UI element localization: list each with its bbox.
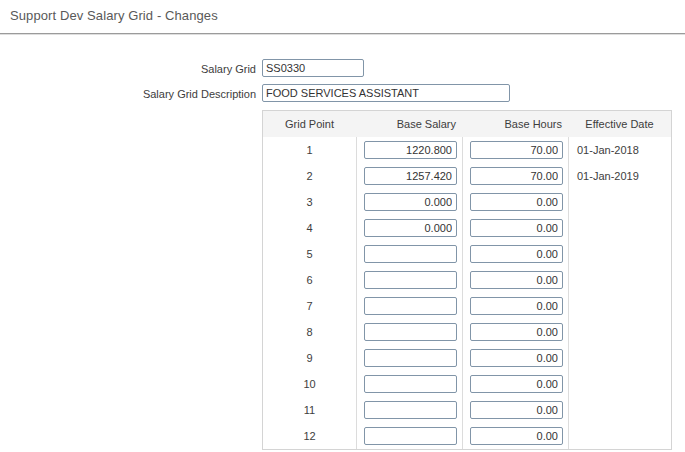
effective-date-value [568, 319, 671, 345]
effective-date-value [568, 215, 671, 241]
base-hours-cell [462, 241, 568, 267]
effective-date-value: 01-Jan-2019 [568, 163, 671, 189]
base-salary-input[interactable] [364, 323, 457, 341]
table-row: 12 [263, 423, 671, 449]
grid-point-value: 7 [263, 293, 356, 319]
base-salary-header: Base Salary [356, 118, 462, 130]
base-salary-cell [356, 293, 462, 319]
table-row: 2 01-Jan-2019 [263, 163, 671, 189]
base-salary-input[interactable] [364, 141, 457, 159]
base-salary-cell [356, 345, 462, 371]
table-row: 11 [263, 397, 671, 423]
page-title: Support Dev Salary Grid - Changes [10, 8, 218, 23]
base-hours-cell [462, 345, 568, 371]
base-hours-cell [462, 397, 568, 423]
effective-date-value [568, 241, 671, 267]
base-hours-input[interactable] [470, 245, 563, 263]
base-salary-cell [356, 267, 462, 293]
effective-date-value [568, 345, 671, 371]
title-separator [0, 33, 685, 34]
base-hours-input[interactable] [470, 323, 563, 341]
grid-point-value: 11 [263, 397, 356, 423]
base-hours-cell [462, 189, 568, 215]
table-row: 7 [263, 293, 671, 319]
base-salary-input[interactable] [364, 271, 457, 289]
base-salary-input[interactable] [364, 427, 457, 445]
base-hours-cell [462, 163, 568, 189]
base-hours-cell [462, 293, 568, 319]
base-salary-cell [356, 371, 462, 397]
base-hours-cell [462, 215, 568, 241]
base-hours-input[interactable] [470, 193, 563, 211]
grid-point-value: 8 [263, 319, 356, 345]
grid-point-value: 3 [263, 189, 356, 215]
effective-date-header: Effective Date [568, 118, 671, 130]
base-salary-input[interactable] [364, 297, 457, 315]
salary-grid-page: Support Dev Salary Grid - Changes Salary… [0, 0, 685, 452]
base-hours-cell [462, 267, 568, 293]
effective-date-value [568, 267, 671, 293]
base-salary-input[interactable] [364, 401, 457, 419]
base-hours-input[interactable] [470, 219, 563, 237]
table-row: 6 [263, 267, 671, 293]
salary-grid-label: Salary Grid [0, 63, 256, 75]
grid-point-value: 1 [263, 137, 356, 163]
base-hours-input[interactable] [470, 401, 563, 419]
grid-point-value: 10 [263, 371, 356, 397]
base-salary-input[interactable] [364, 245, 457, 263]
base-hours-input[interactable] [470, 141, 563, 159]
base-salary-cell [356, 189, 462, 215]
grid-point-value: 5 [263, 241, 356, 267]
table-row: 5 [263, 241, 671, 267]
base-salary-cell [356, 423, 462, 449]
base-salary-cell [356, 137, 462, 163]
base-salary-input[interactable] [364, 375, 457, 393]
base-hours-input[interactable] [470, 271, 563, 289]
base-salary-cell [356, 215, 462, 241]
effective-date-value [568, 293, 671, 319]
salary-grid-description-input[interactable] [262, 84, 510, 102]
base-salary-cell [356, 319, 462, 345]
table-row: 3 [263, 189, 671, 215]
base-hours-input[interactable] [470, 349, 563, 367]
base-hours-input[interactable] [470, 427, 563, 445]
effective-date-value [568, 397, 671, 423]
table-row: 9 [263, 345, 671, 371]
base-hours-header: Base Hours [462, 118, 568, 130]
base-hours-cell [462, 423, 568, 449]
table-row: 1 01-Jan-2018 [263, 137, 671, 163]
base-salary-cell [356, 163, 462, 189]
grid-point-value: 4 [263, 215, 356, 241]
table-row: 8 [263, 319, 671, 345]
grid-point-value: 6 [263, 267, 356, 293]
base-salary-input[interactable] [364, 219, 457, 237]
base-hours-cell [462, 371, 568, 397]
base-hours-cell [462, 137, 568, 163]
grid-point-header: Grid Point [263, 118, 356, 130]
effective-date-value [568, 189, 671, 215]
base-salary-cell [356, 397, 462, 423]
base-hours-input[interactable] [470, 167, 563, 185]
grid-point-value: 12 [263, 423, 356, 449]
grid-point-value: 9 [263, 345, 356, 371]
effective-date-value: 01-Jan-2018 [568, 137, 671, 163]
grid-point-value: 2 [263, 163, 356, 189]
base-hours-input[interactable] [470, 297, 563, 315]
table-row: 4 [263, 215, 671, 241]
base-salary-input[interactable] [364, 167, 457, 185]
salary-grid-input[interactable] [262, 59, 364, 77]
base-salary-input[interactable] [364, 193, 457, 211]
base-salary-cell [356, 241, 462, 267]
base-salary-input[interactable] [364, 349, 457, 367]
salary-grid-table: Grid Point Base Salary Base Hours Effect… [262, 110, 672, 450]
effective-date-value [568, 423, 671, 449]
base-hours-input[interactable] [470, 375, 563, 393]
table-row: 10 [263, 371, 671, 397]
effective-date-value [568, 371, 671, 397]
base-hours-cell [462, 319, 568, 345]
salary-grid-description-label: Salary Grid Description [0, 88, 256, 100]
table-header-row: Grid Point Base Salary Base Hours Effect… [263, 111, 671, 137]
